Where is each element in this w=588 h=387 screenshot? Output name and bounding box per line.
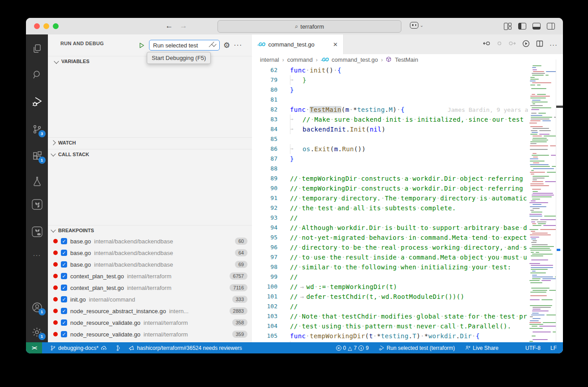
- breakpoint-row[interactable]: ✓ context_plan_test.go internal/terrafor…: [48, 282, 252, 293]
- breakpoint-checkbox[interactable]: ✓: [61, 250, 67, 256]
- breakpoint-row[interactable]: ✓ base.go internal/backend/backendbase 6…: [48, 247, 252, 259]
- git-branch-item[interactable]: debugging-docs*: [50, 342, 107, 353]
- breakpoint-checkbox[interactable]: ✓: [61, 296, 67, 302]
- code-line[interactable]: 84→backendInit.Init(nil): [252, 124, 556, 134]
- code-line[interactable]: 90//·tempWorkingDir·constructs·a·workdir…: [252, 183, 556, 193]
- code-line[interactable]: 95//·not-yet-migrated·behaviors·in·comma…: [252, 233, 556, 242]
- code-line[interactable]: 93//: [252, 213, 556, 223]
- command-center-search[interactable]: ⌕ terraform: [217, 20, 401, 33]
- code-line[interactable]: 100//→wd·:=·tempWorkingDir(t): [252, 282, 556, 292]
- debug-config-select[interactable]: Run selected test: [149, 40, 220, 51]
- breakpoint-checkbox[interactable]: ✓: [61, 285, 67, 291]
- start-debugging-button[interactable]: [137, 41, 145, 49]
- copilot-menu[interactable]: ⌄: [410, 22, 423, 29]
- reverse-continue-icon[interactable]: [497, 40, 502, 49]
- code-line[interactable]: 83→//·Make·sure·backend·init·is·initiali…: [252, 115, 556, 124]
- breadcrumb-command[interactable]: command: [287, 56, 313, 63]
- code-line[interactable]: 62func·init()·{: [252, 65, 556, 75]
- line-number[interactable]: 92: [252, 203, 277, 213]
- testing-icon[interactable]: [31, 175, 43, 187]
- breakpoint-row[interactable]: ✓ node_resource_validate.go internal/ter…: [48, 328, 252, 340]
- breakpoint-checkbox[interactable]: ✓: [61, 238, 67, 244]
- scrollbar-thumb[interactable]: [556, 106, 563, 108]
- line-number[interactable]: 81: [252, 95, 277, 105]
- breakpoint-checkbox[interactable]: ✓: [61, 331, 67, 337]
- breakpoint-row[interactable]: ✓ base.go internal/backend/backendbase 6…: [48, 235, 252, 247]
- line-number[interactable]: 90: [252, 183, 277, 193]
- problems-item[interactable]: ✕ 0 △ 7 i 9: [336, 342, 369, 353]
- breakpoint-row[interactable]: ✓ node_resource_validate.go internal/ter…: [48, 317, 252, 328]
- line-number[interactable]: 102: [252, 302, 277, 311]
- code-line[interactable]: 87}: [252, 154, 556, 164]
- step-forward-icon[interactable]: [508, 40, 516, 49]
- line-number[interactable]: 94: [252, 223, 277, 233]
- breadcrumb-symbol[interactable]: TestMain: [395, 56, 418, 63]
- code-line[interactable]: 105func·tempWorkingDir(t·*testing.T)·*wo…: [252, 331, 556, 341]
- settings-gear-icon[interactable]: 1: [31, 326, 43, 338]
- code-line[interactable]: 86→os.Exit(m.Run()): [252, 144, 556, 154]
- remote-indicator[interactable]: ><: [26, 342, 42, 353]
- code-line[interactable]: 103//·Note·that·testChdir·modifies·globa…: [252, 311, 556, 321]
- editor-more-actions-icon[interactable]: ···: [550, 41, 558, 48]
- close-window-button[interactable]: [34, 23, 40, 29]
- watch-section-header[interactable]: WATCH: [48, 137, 252, 148]
- terraform-icon[interactable]: [31, 198, 43, 211]
- line-number[interactable]: 96: [252, 242, 277, 252]
- code-line[interactable]: 89//·tempWorkingDir·constructs·a·workdir…: [252, 174, 556, 183]
- line-number[interactable]: 80: [252, 85, 277, 95]
- customize-layout-icon[interactable]: [504, 23, 512, 30]
- code-line[interactable]: 96//·directory·to·be·the·real·process·wo…: [252, 242, 556, 252]
- line-number[interactable]: 88: [252, 164, 277, 174]
- breadcrumb-file[interactable]: command_test.go: [332, 56, 378, 63]
- line-number[interactable]: 95: [252, 233, 277, 242]
- breakpoints-section-header[interactable]: BREAKPOINTS: [48, 225, 252, 235]
- code-line[interactable]: 85: [252, 134, 556, 144]
- pr-status-item[interactable]: hashicorp/terraform#36524 needs reviewer…: [128, 342, 242, 353]
- breakpoint-checkbox[interactable]: ✓: [61, 273, 67, 279]
- line-number[interactable]: 86: [252, 144, 277, 154]
- line-number[interactable]: 101: [252, 292, 277, 302]
- line-number[interactable]: 100: [252, 282, 277, 292]
- nav-back-arrow[interactable]: ←: [164, 21, 175, 31]
- source-control-icon[interactable]: 3: [31, 123, 43, 136]
- toggle-primary-sidebar-icon[interactable]: [518, 23, 526, 30]
- line-number[interactable]: 105: [252, 331, 277, 341]
- line-number[interactable]: 103: [252, 311, 277, 321]
- code-line[interactable]: 104//·test·using·this·pattern·must·never…: [252, 321, 556, 331]
- breakpoint-row[interactable]: ✓ node_resource_abstract_instance.go int…: [48, 305, 252, 317]
- extensions-icon[interactable]: 1: [31, 149, 43, 162]
- breakpoint-checkbox[interactable]: ✓: [61, 261, 67, 268]
- close-tab-icon[interactable]: ✕: [333, 41, 338, 48]
- line-number[interactable]: 89: [252, 174, 277, 183]
- line-number[interactable]: 99: [252, 272, 277, 282]
- line-number[interactable]: 93: [252, 213, 277, 223]
- breakpoint-row[interactable]: ✓ init.go internal/command 333: [48, 293, 252, 305]
- code-line[interactable]: 91//·temporary·directory.·The·temporary·…: [252, 193, 556, 203]
- code-lines[interactable]: 62func·init()·{79→}80}8182func·TestMain(…: [252, 65, 556, 342]
- eol-item[interactable]: LF: [550, 342, 557, 353]
- line-number[interactable]: 97: [252, 252, 277, 262]
- terraform-tools-icon[interactable]: [31, 225, 43, 238]
- code-line[interactable]: 97//·to·use·the·result·inside·a·command.…: [252, 252, 556, 262]
- run-and-debug-icon[interactable]: [31, 95, 43, 108]
- line-number[interactable]: 62: [252, 65, 277, 75]
- code-line[interactable]: 99//: [252, 272, 556, 282]
- tab-command-test-go[interactable]: -GO command_test.go ✕: [252, 34, 344, 54]
- explorer-icon[interactable]: [31, 43, 43, 55]
- breakpoint-checkbox[interactable]: ✓: [61, 308, 67, 314]
- breadcrumb-internal[interactable]: internal: [260, 56, 279, 63]
- step-back-icon[interactable]: [483, 40, 490, 49]
- toggle-panel-icon[interactable]: [533, 23, 541, 30]
- titlebar[interactable]: ← → ⌕ terraform ⌄: [26, 18, 563, 35]
- breakpoint-checkbox[interactable]: ✓: [61, 319, 67, 326]
- accounts-icon[interactable]: 1: [31, 301, 43, 314]
- search-sidebar-icon[interactable]: [31, 68, 43, 81]
- line-number[interactable]: 84: [252, 124, 277, 134]
- line-number[interactable]: 91: [252, 193, 277, 203]
- nav-forward-arrow[interactable]: →: [178, 21, 189, 31]
- line-number[interactable]: 104: [252, 321, 277, 331]
- run-or-debug-icon[interactable]: [522, 40, 530, 49]
- line-number[interactable]: 83: [252, 115, 277, 124]
- code-line[interactable]: 82func·TestMain(m·*testing.M)·{James Bar…: [252, 105, 556, 115]
- toggle-secondary-sidebar-icon[interactable]: [547, 23, 555, 30]
